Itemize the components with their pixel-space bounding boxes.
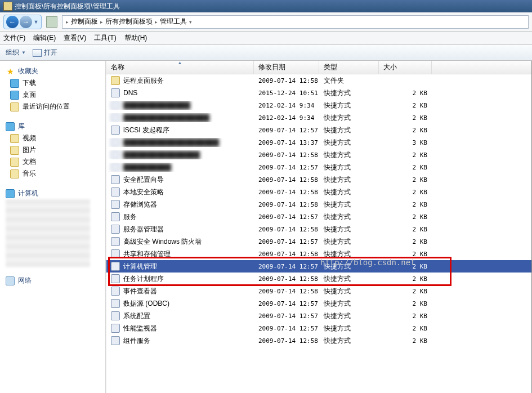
file-row[interactable]: 服务器管理器2009-07-14 12:58快捷方式2 KB	[106, 223, 531, 235]
nav-history-dropdown[interactable]: ▼	[33, 19, 39, 25]
file-type-cell: 快捷方式	[319, 262, 379, 271]
download-icon	[10, 79, 19, 88]
file-row[interactable]: ████████████████████2009-07-14 13:37快捷方式…	[106, 136, 531, 149]
navigation-bar: ← → ▼ ▸ 控制面板 ▸ 所有控制面板项 ▸ 管理工具 ▾	[0, 12, 532, 32]
file-name-label: 性能监视器	[123, 324, 157, 333]
file-row[interactable]: 性能监视器2009-07-14 12:57快捷方式2 KB	[106, 322, 531, 334]
file-size-cell: 2 KB	[379, 90, 432, 97]
menu-file[interactable]: 文件(F)	[3, 33, 25, 43]
file-row[interactable]: 存储浏览器2009-07-14 12:58快捷方式2 KB	[106, 198, 531, 211]
menu-edit[interactable]: 编辑(E)	[33, 33, 56, 43]
sidebar-item-music[interactable]: 音乐	[0, 168, 105, 180]
column-header-type[interactable]: 类型	[319, 61, 379, 74]
file-row[interactable]: 计算机管理2009-07-14 12:57快捷方式2 KB	[106, 260, 531, 273]
organize-button[interactable]: 组织 ▼	[6, 48, 26, 57]
file-name-cell: 服务器管理器	[106, 225, 254, 234]
breadcrumb-item[interactable]: 管理工具 ▾	[160, 17, 192, 26]
file-row[interactable]: 数据源 (ODBC)2009-07-14 12:57快捷方式2 KB	[106, 297, 531, 310]
menu-tools[interactable]: 工具(T)	[94, 33, 116, 43]
file-date-cell: 2009-07-14 12:58	[254, 226, 319, 233]
file-type-cell: 快捷方式	[319, 212, 379, 222]
file-size-cell: 2 KB	[379, 164, 432, 171]
sidebar-favorites-header[interactable]: ★收藏夹	[0, 65, 105, 77]
file-name-label: 存储浏览器	[123, 200, 157, 209]
file-name-cell: 数据源 (ODBC)	[106, 299, 254, 309]
file-row[interactable]: ██████████████████2012-02-14 9:34快捷方式2 K…	[106, 111, 531, 124]
file-name-label: 共享和存储管理	[123, 249, 171, 259]
file-row[interactable]: 任务计划程序2009-07-14 12:58快捷方式2 KB	[106, 273, 531, 285]
file-date-cell: 2009-07-14 12:57	[254, 213, 319, 221]
file-size-cell: 2 KB	[379, 251, 432, 258]
file-type-cell: 快捷方式	[319, 225, 379, 234]
file-row[interactable]: ██████████2009-07-14 12:57快捷方式2 KB	[106, 161, 531, 173]
file-name-label: 本地安全策略	[123, 187, 164, 197]
open-icon	[33, 49, 42, 57]
sidebar-item-pictures[interactable]: 图片	[0, 144, 105, 156]
forward-button[interactable]: →	[20, 16, 32, 28]
toolbar: 组织 ▼ 打开	[0, 45, 532, 61]
shortcut-icon	[111, 225, 120, 234]
sidebar-item-documents[interactable]: 文档	[0, 156, 105, 168]
sidebar-item-desktop[interactable]: 桌面	[0, 89, 105, 101]
file-row[interactable]: 远程桌面服务2009-07-14 12:58文件夹	[106, 74, 531, 87]
back-button[interactable]: ←	[6, 16, 19, 28]
menu-help[interactable]: 帮助(H)	[124, 33, 147, 43]
file-name-cell: 高级安全 Windows 防火墙	[106, 237, 254, 247]
file-name-label: 数据源 (ODBC)	[123, 299, 169, 309]
file-row[interactable]: 安全配置向导2009-07-14 12:58快捷方式2 KB	[106, 173, 531, 186]
file-type-cell: 快捷方式	[319, 187, 379, 197]
breadcrumb[interactable]: ▸ 控制面板 ▸ 所有控制面板项 ▸ 管理工具 ▾	[62, 15, 529, 29]
file-size-cell: 2 KB	[379, 312, 432, 320]
file-row[interactable]: 事件查看器2009-07-14 12:58快捷方式2 KB	[106, 285, 531, 297]
menu-view[interactable]: 查看(V)	[64, 33, 86, 43]
shortcut-icon	[111, 126, 120, 135]
sort-indicator-icon: ▲	[178, 60, 182, 65]
recent-icon	[10, 102, 19, 111]
breadcrumb-item[interactable]: 控制面板 ▸	[71, 17, 103, 26]
shortcut-icon	[111, 262, 120, 271]
file-date-cell: 2009-07-14 12:58	[254, 337, 319, 345]
network-icon	[6, 276, 15, 285]
file-size-cell: 2 KB	[379, 325, 432, 332]
shortcut-icon	[111, 336, 120, 345]
sidebar-network-header[interactable]: 网络	[0, 275, 105, 287]
file-date-cell: 2009-07-14 12:58	[254, 189, 319, 196]
file-name-label: ██████████████████	[123, 114, 209, 122]
file-size-cell: 2 KB	[379, 127, 432, 134]
sidebar-libraries-header[interactable]: 库	[0, 120, 105, 132]
column-header-date[interactable]: 修改日期	[254, 61, 319, 74]
file-row[interactable]: ██████████████2012-02-14 9:34快捷方式2 KB	[106, 99, 531, 111]
file-row[interactable]: 共享和存储管理2009-07-14 12:58快捷方式2 KB	[106, 248, 531, 260]
sidebar-item-recent[interactable]: 最近访问的位置	[0, 101, 105, 113]
sidebar-item-video[interactable]: 视频	[0, 132, 105, 144]
file-type-cell: 快捷方式	[319, 126, 379, 135]
breadcrumb-item[interactable]: 所有控制面板项 ▸	[105, 17, 158, 26]
navigation-sidebar: ★收藏夹 下载 桌面 最近访问的位置 库 视频 图片 文档 音乐 计算机 网络	[0, 61, 106, 393]
file-row[interactable]: 高级安全 Windows 防火墙2009-07-14 12:57快捷方式2 KB	[106, 235, 531, 248]
shortcut-icon	[111, 237, 120, 246]
file-row[interactable]: 系统配置2009-07-14 12:57快捷方式2 KB	[106, 310, 531, 322]
file-size-cell: 2 KB	[379, 114, 432, 122]
file-row[interactable]: 服务2009-07-14 12:57快捷方式2 KB	[106, 211, 531, 223]
column-header-name[interactable]: 名称▲	[106, 61, 254, 74]
computer-icon	[6, 189, 15, 198]
open-button[interactable]: 打开	[33, 48, 57, 57]
column-header-size[interactable]: 大小	[379, 61, 432, 74]
file-name-label: 计算机管理	[123, 262, 157, 271]
file-size-cell: 2 KB	[379, 275, 432, 283]
file-row[interactable]: 组件服务2009-07-14 12:58快捷方式2 KB	[106, 334, 531, 347]
file-name-label: ██████████████	[123, 101, 190, 109]
file-row[interactable]: 本地安全策略2009-07-14 12:58快捷方式2 KB	[106, 186, 531, 198]
file-name-cell: ██████████████████	[106, 113, 254, 122]
file-row[interactable]: DNS2015-12-24 10:51快捷方式2 KB	[106, 87, 531, 99]
sidebar-item-downloads[interactable]: 下载	[0, 77, 105, 89]
file-type-cell: 快捷方式	[319, 150, 379, 160]
file-row[interactable]: iSCSI 发起程序2009-07-14 12:57快捷方式2 KB	[106, 124, 531, 136]
file-row[interactable]: ████████████████2009-07-14 12:58快捷方式2 KB	[106, 149, 531, 161]
sidebar-computer-header[interactable]: 计算机	[0, 187, 105, 199]
file-name-label: DNS	[123, 89, 137, 97]
address-icon	[46, 16, 57, 28]
file-date-cell: 2009-07-14 12:58	[254, 288, 319, 295]
shortcut-icon	[111, 175, 120, 184]
file-type-cell: 快捷方式	[319, 175, 379, 185]
